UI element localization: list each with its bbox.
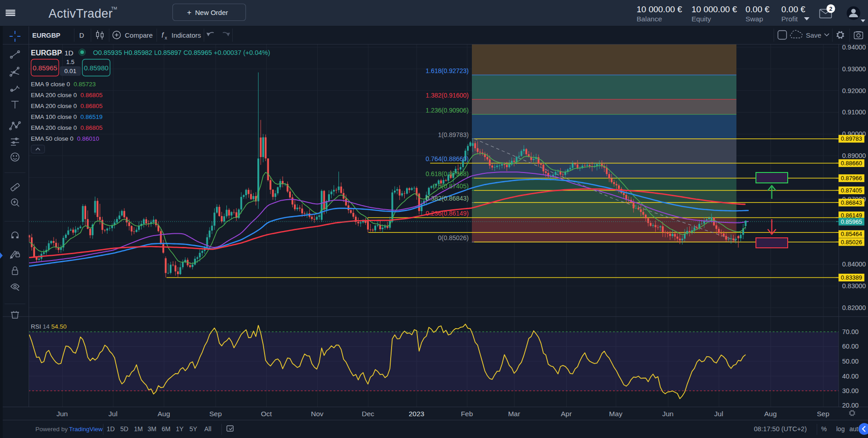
svg-text:Swap: Swap (745, 15, 763, 23)
svg-text:EMA 200 close 00.86805: EMA 200 close 00.86805 (31, 124, 103, 131)
svg-text:Feb: Feb (461, 410, 473, 418)
svg-text:0.85464: 0.85464 (841, 231, 862, 237)
svg-text:20.00: 20.00 (842, 402, 858, 409)
svg-text:Nov: Nov (311, 410, 324, 418)
svg-text:%: % (821, 425, 827, 433)
svg-text:RSI 14 54.50: RSI 14 54.50 (31, 323, 67, 330)
svg-text:0.82000: 0.82000 (842, 304, 866, 311)
svg-text:0.85965: 0.85965 (33, 64, 57, 72)
svg-text:0.88660: 0.88660 (841, 160, 862, 167)
svg-text:EMA 200 close 00.86805: EMA 200 close 00.86805 (31, 92, 103, 98)
svg-text:Balance: Balance (637, 15, 662, 23)
svg-text:0.94000: 0.94000 (842, 44, 866, 51)
svg-text:0.00 €: 0.00 € (745, 5, 770, 14)
svg-text:50.00: 50.00 (842, 358, 858, 365)
svg-text:EURGBP: EURGBP (32, 32, 60, 39)
svg-text:1(0.89783): 1(0.89783) (438, 131, 469, 138)
svg-text:Save: Save (806, 31, 821, 39)
svg-text:1.5: 1.5 (66, 59, 74, 65)
svg-text:5Y: 5Y (189, 425, 197, 433)
svg-text:2023: 2023 (409, 410, 424, 418)
svg-text:Dec: Dec (362, 410, 374, 418)
svg-text:0.85965: 0.85965 (841, 218, 862, 225)
svg-text:·: · (61, 49, 63, 57)
svg-text:0.01: 0.01 (64, 68, 76, 74)
svg-text:3M: 3M (147, 425, 156, 433)
svg-text:+: + (187, 8, 191, 17)
svg-text:Jul: Jul (108, 410, 118, 418)
svg-text:0.85026: 0.85026 (841, 239, 862, 246)
svg-text:30.00: 30.00 (842, 387, 858, 394)
svg-text:0.89783: 0.89783 (841, 135, 862, 142)
svg-text:10 000.00 €: 10 000.00 € (691, 5, 737, 14)
svg-text:x: x (165, 35, 167, 40)
svg-text:1D: 1D (64, 49, 74, 57)
svg-text:70.00: 70.00 (842, 328, 858, 335)
svg-text:40.00: 40.00 (842, 373, 858, 380)
svg-text:Equity: Equity (691, 15, 711, 23)
svg-text:New Order: New Order (195, 9, 228, 16)
svg-text:Compare: Compare (125, 31, 153, 39)
svg-text:Jun: Jun (662, 410, 674, 418)
svg-text:08:17:50 (UTC+2): 08:17:50 (UTC+2) (754, 425, 807, 433)
svg-text:0.87966: 0.87966 (841, 175, 862, 182)
svg-text:0.236(0.86149): 0.236(0.86149) (426, 210, 469, 217)
svg-text:1.236(0.90906): 1.236(0.90906) (426, 107, 469, 114)
svg-text:0.5(0.87405): 0.5(0.87405) (433, 182, 469, 190)
svg-text:Aug: Aug (764, 410, 777, 418)
svg-text:Sep: Sep (817, 410, 829, 418)
svg-text:0.85980: 0.85980 (84, 64, 108, 72)
svg-text:1D: 1D (107, 425, 115, 433)
svg-text:2: 2 (829, 6, 833, 12)
svg-text:0.618(0.87968): 0.618(0.87968) (426, 170, 469, 177)
svg-text:Sep: Sep (209, 410, 222, 418)
svg-text:All: All (204, 425, 211, 433)
svg-text:Profit: Profit (781, 15, 798, 23)
svg-text:Apr: Apr (561, 410, 572, 418)
svg-text:0.87405: 0.87405 (841, 187, 862, 194)
svg-text:1Y: 1Y (176, 425, 184, 433)
svg-text:May: May (609, 410, 623, 418)
svg-text:log: log (836, 425, 845, 433)
svg-text:0.92000: 0.92000 (842, 87, 866, 94)
svg-text:Jul: Jul (714, 410, 723, 418)
svg-text:EURGBP: EURGBP (31, 49, 62, 57)
svg-text:0.83389: 0.83389 (841, 274, 862, 281)
svg-text:1.618(0.92723): 1.618(0.92723) (426, 67, 469, 74)
svg-text:Aug: Aug (157, 410, 170, 418)
svg-text:TradingView: TradingView (69, 426, 103, 433)
svg-text:EMA 100 close 00.86519: EMA 100 close 00.86519 (31, 113, 103, 120)
svg-text:0.382(0.86843): 0.382(0.86843) (426, 195, 469, 202)
svg-text:0.00 €: 0.00 € (781, 5, 805, 14)
svg-text:ActivTrader: ActivTrader (49, 7, 113, 20)
svg-text:O0.85935 H0.85982 L0.85897 C0.: O0.85935 H0.85982 L0.85897 C0.85965 +0.0… (93, 49, 270, 56)
svg-text:0.86843: 0.86843 (841, 199, 862, 206)
svg-text:EMA 9 close 00.85723: EMA 9 close 00.85723 (31, 81, 96, 88)
svg-text:0.93000: 0.93000 (842, 65, 866, 73)
svg-text:1.382(0.91600): 1.382(0.91600) (426, 92, 469, 99)
svg-text:Mar: Mar (508, 410, 520, 418)
svg-text:6M: 6M (162, 425, 170, 433)
svg-text:0(0.85026): 0(0.85026) (438, 234, 469, 241)
svg-text:1M: 1M (134, 425, 142, 433)
svg-text:TM: TM (111, 6, 117, 10)
svg-text:Oct: Oct (261, 410, 272, 418)
svg-text:0.83000: 0.83000 (842, 282, 866, 290)
svg-text:0.764(0.88660): 0.764(0.88660) (426, 155, 469, 162)
svg-text:0.89000: 0.89000 (842, 152, 866, 159)
svg-text:5D: 5D (120, 425, 128, 433)
svg-text:0.91000: 0.91000 (842, 108, 866, 116)
svg-text:10 000.00 €: 10 000.00 € (637, 5, 682, 14)
svg-text:Powered by: Powered by (35, 426, 68, 433)
svg-text:0.86149: 0.86149 (841, 212, 862, 219)
svg-text:EMA 50 close 00.86010: EMA 50 close 00.86010 (31, 135, 99, 142)
svg-text:EMA 200 close 00.86805: EMA 200 close 00.86805 (31, 103, 103, 109)
svg-text:0.84000: 0.84000 (842, 261, 866, 268)
svg-text:Indicators: Indicators (172, 31, 201, 39)
svg-text:D: D (79, 32, 84, 39)
svg-text:60.00: 60.00 (842, 343, 858, 350)
svg-text:Jun: Jun (57, 410, 68, 418)
